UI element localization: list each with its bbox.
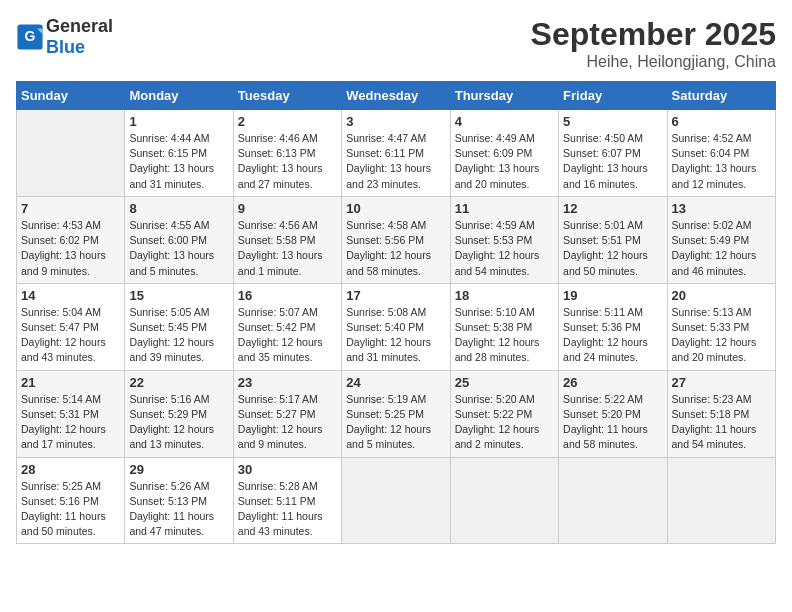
day-info: Sunrise: 5:17 AMSunset: 5:27 PMDaylight:… xyxy=(238,392,337,453)
day-number: 11 xyxy=(455,201,554,216)
calendar-cell: 30Sunrise: 5:28 AMSunset: 5:11 PMDayligh… xyxy=(233,457,341,544)
calendar-cell: 21Sunrise: 5:14 AMSunset: 5:31 PMDayligh… xyxy=(17,370,125,457)
day-number: 23 xyxy=(238,375,337,390)
day-info: Sunrise: 5:04 AMSunset: 5:47 PMDaylight:… xyxy=(21,305,120,366)
calendar-cell: 7Sunrise: 4:53 AMSunset: 6:02 PMDaylight… xyxy=(17,196,125,283)
weekday-header-row: SundayMondayTuesdayWednesdayThursdayFrid… xyxy=(17,82,776,110)
calendar-cell: 24Sunrise: 5:19 AMSunset: 5:25 PMDayligh… xyxy=(342,370,450,457)
day-info: Sunrise: 5:13 AMSunset: 5:33 PMDaylight:… xyxy=(672,305,771,366)
calendar-cell: 15Sunrise: 5:05 AMSunset: 5:45 PMDayligh… xyxy=(125,283,233,370)
day-info: Sunrise: 4:47 AMSunset: 6:11 PMDaylight:… xyxy=(346,131,445,192)
day-number: 3 xyxy=(346,114,445,129)
calendar-cell xyxy=(17,110,125,197)
day-number: 6 xyxy=(672,114,771,129)
calendar-cell: 17Sunrise: 5:08 AMSunset: 5:40 PMDayligh… xyxy=(342,283,450,370)
day-number: 5 xyxy=(563,114,662,129)
calendar-cell: 14Sunrise: 5:04 AMSunset: 5:47 PMDayligh… xyxy=(17,283,125,370)
day-number: 21 xyxy=(21,375,120,390)
day-info: Sunrise: 5:16 AMSunset: 5:29 PMDaylight:… xyxy=(129,392,228,453)
day-info: Sunrise: 5:20 AMSunset: 5:22 PMDaylight:… xyxy=(455,392,554,453)
weekday-header-monday: Monday xyxy=(125,82,233,110)
day-info: Sunrise: 5:10 AMSunset: 5:38 PMDaylight:… xyxy=(455,305,554,366)
day-info: Sunrise: 4:52 AMSunset: 6:04 PMDaylight:… xyxy=(672,131,771,192)
day-info: Sunrise: 5:11 AMSunset: 5:36 PMDaylight:… xyxy=(563,305,662,366)
day-number: 1 xyxy=(129,114,228,129)
calendar-cell: 3Sunrise: 4:47 AMSunset: 6:11 PMDaylight… xyxy=(342,110,450,197)
day-number: 9 xyxy=(238,201,337,216)
day-number: 7 xyxy=(21,201,120,216)
day-info: Sunrise: 4:55 AMSunset: 6:00 PMDaylight:… xyxy=(129,218,228,279)
day-info: Sunrise: 5:26 AMSunset: 5:13 PMDaylight:… xyxy=(129,479,228,540)
weekday-header-saturday: Saturday xyxy=(667,82,775,110)
title-block: September 2025 Heihe, Heilongjiang, Chin… xyxy=(531,16,776,71)
day-info: Sunrise: 5:19 AMSunset: 5:25 PMDaylight:… xyxy=(346,392,445,453)
day-info: Sunrise: 4:58 AMSunset: 5:56 PMDaylight:… xyxy=(346,218,445,279)
day-info: Sunrise: 5:05 AMSunset: 5:45 PMDaylight:… xyxy=(129,305,228,366)
day-number: 8 xyxy=(129,201,228,216)
calendar-cell: 9Sunrise: 4:56 AMSunset: 5:58 PMDaylight… xyxy=(233,196,341,283)
weekday-header-tuesday: Tuesday xyxy=(233,82,341,110)
svg-text:G: G xyxy=(25,28,36,44)
calendar-table: SundayMondayTuesdayWednesdayThursdayFrid… xyxy=(16,81,776,544)
calendar-cell: 18Sunrise: 5:10 AMSunset: 5:38 PMDayligh… xyxy=(450,283,558,370)
calendar-week-5: 28Sunrise: 5:25 AMSunset: 5:16 PMDayligh… xyxy=(17,457,776,544)
weekday-header-wednesday: Wednesday xyxy=(342,82,450,110)
calendar-cell: 28Sunrise: 5:25 AMSunset: 5:16 PMDayligh… xyxy=(17,457,125,544)
calendar-week-3: 14Sunrise: 5:04 AMSunset: 5:47 PMDayligh… xyxy=(17,283,776,370)
location: Heihe, Heilongjiang, China xyxy=(531,53,776,71)
day-number: 25 xyxy=(455,375,554,390)
calendar-cell: 25Sunrise: 5:20 AMSunset: 5:22 PMDayligh… xyxy=(450,370,558,457)
calendar-cell: 23Sunrise: 5:17 AMSunset: 5:27 PMDayligh… xyxy=(233,370,341,457)
calendar-cell xyxy=(559,457,667,544)
day-info: Sunrise: 5:08 AMSunset: 5:40 PMDaylight:… xyxy=(346,305,445,366)
calendar-cell: 26Sunrise: 5:22 AMSunset: 5:20 PMDayligh… xyxy=(559,370,667,457)
day-info: Sunrise: 5:28 AMSunset: 5:11 PMDaylight:… xyxy=(238,479,337,540)
day-number: 24 xyxy=(346,375,445,390)
day-info: Sunrise: 4:49 AMSunset: 6:09 PMDaylight:… xyxy=(455,131,554,192)
day-info: Sunrise: 5:07 AMSunset: 5:42 PMDaylight:… xyxy=(238,305,337,366)
day-number: 2 xyxy=(238,114,337,129)
logo-general-text: General xyxy=(46,16,113,36)
calendar-week-2: 7Sunrise: 4:53 AMSunset: 6:02 PMDaylight… xyxy=(17,196,776,283)
day-info: Sunrise: 4:59 AMSunset: 5:53 PMDaylight:… xyxy=(455,218,554,279)
calendar-cell: 8Sunrise: 4:55 AMSunset: 6:00 PMDaylight… xyxy=(125,196,233,283)
day-info: Sunrise: 5:14 AMSunset: 5:31 PMDaylight:… xyxy=(21,392,120,453)
calendar-cell: 2Sunrise: 4:46 AMSunset: 6:13 PMDaylight… xyxy=(233,110,341,197)
day-info: Sunrise: 5:22 AMSunset: 5:20 PMDaylight:… xyxy=(563,392,662,453)
calendar-cell: 4Sunrise: 4:49 AMSunset: 6:09 PMDaylight… xyxy=(450,110,558,197)
day-number: 10 xyxy=(346,201,445,216)
calendar-cell: 11Sunrise: 4:59 AMSunset: 5:53 PMDayligh… xyxy=(450,196,558,283)
day-number: 30 xyxy=(238,462,337,477)
day-number: 16 xyxy=(238,288,337,303)
day-number: 4 xyxy=(455,114,554,129)
day-number: 14 xyxy=(21,288,120,303)
calendar-cell: 5Sunrise: 4:50 AMSunset: 6:07 PMDaylight… xyxy=(559,110,667,197)
calendar-week-1: 1Sunrise: 4:44 AMSunset: 6:15 PMDaylight… xyxy=(17,110,776,197)
day-number: 12 xyxy=(563,201,662,216)
day-number: 27 xyxy=(672,375,771,390)
day-info: Sunrise: 4:50 AMSunset: 6:07 PMDaylight:… xyxy=(563,131,662,192)
day-number: 22 xyxy=(129,375,228,390)
calendar-cell: 6Sunrise: 4:52 AMSunset: 6:04 PMDaylight… xyxy=(667,110,775,197)
calendar-cell: 16Sunrise: 5:07 AMSunset: 5:42 PMDayligh… xyxy=(233,283,341,370)
calendar-cell: 20Sunrise: 5:13 AMSunset: 5:33 PMDayligh… xyxy=(667,283,775,370)
calendar-cell: 27Sunrise: 5:23 AMSunset: 5:18 PMDayligh… xyxy=(667,370,775,457)
calendar-cell: 10Sunrise: 4:58 AMSunset: 5:56 PMDayligh… xyxy=(342,196,450,283)
calendar-cell: 13Sunrise: 5:02 AMSunset: 5:49 PMDayligh… xyxy=(667,196,775,283)
weekday-header-thursday: Thursday xyxy=(450,82,558,110)
calendar-cell xyxy=(450,457,558,544)
header: G General Blue September 2025 Heihe, Hei… xyxy=(16,16,776,71)
day-info: Sunrise: 5:02 AMSunset: 5:49 PMDaylight:… xyxy=(672,218,771,279)
calendar-cell xyxy=(342,457,450,544)
weekday-header-sunday: Sunday xyxy=(17,82,125,110)
day-number: 13 xyxy=(672,201,771,216)
calendar-cell: 1Sunrise: 4:44 AMSunset: 6:15 PMDaylight… xyxy=(125,110,233,197)
calendar-cell xyxy=(667,457,775,544)
logo-blue-text: Blue xyxy=(46,37,85,57)
day-info: Sunrise: 5:25 AMSunset: 5:16 PMDaylight:… xyxy=(21,479,120,540)
day-info: Sunrise: 5:01 AMSunset: 5:51 PMDaylight:… xyxy=(563,218,662,279)
day-number: 28 xyxy=(21,462,120,477)
day-number: 26 xyxy=(563,375,662,390)
day-number: 18 xyxy=(455,288,554,303)
logo: G General Blue xyxy=(16,16,113,58)
